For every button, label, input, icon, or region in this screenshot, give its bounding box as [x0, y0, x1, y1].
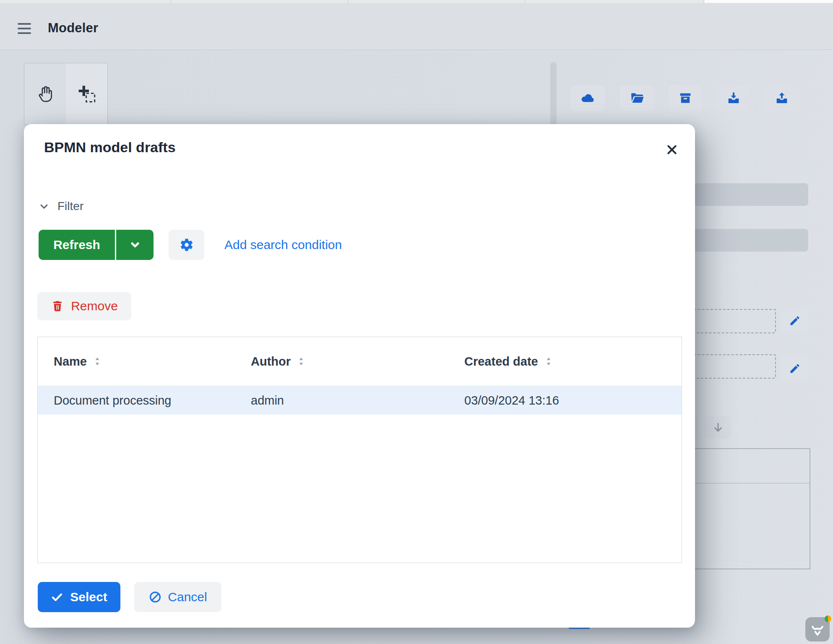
close-icon[interactable] — [665, 143, 679, 157]
app-header: Modeler — [0, 3, 833, 50]
filter-label: Filter — [57, 200, 83, 213]
refresh-label: Refresh — [53, 238, 100, 252]
tab-divider — [348, 0, 349, 3]
edit-field-button[interactable] — [781, 309, 808, 332]
add-search-condition-link[interactable]: Add search condition — [224, 230, 342, 260]
hamburger-menu-icon[interactable] — [18, 23, 31, 34]
remove-label: Remove — [71, 299, 118, 313]
archive-model-button[interactable] — [668, 85, 703, 111]
archive-icon — [678, 91, 693, 106]
open-model-button[interactable] — [620, 85, 654, 111]
browser-tab-strip — [0, 0, 833, 3]
refresh-split-button: Refresh — [39, 230, 154, 260]
check-icon — [51, 591, 63, 603]
table-row[interactable]: Document processing admin 03/09/2024 13:… — [38, 386, 682, 415]
assistant-widget[interactable] — [805, 617, 830, 641]
cancel-icon — [148, 590, 162, 604]
open-folder-icon — [630, 91, 645, 106]
upload-icon — [774, 91, 789, 106]
chevron-down-icon — [128, 238, 142, 252]
dialog-title: BPMN model drafts — [44, 139, 176, 156]
tab-divider — [704, 0, 704, 3]
pencil-icon — [789, 315, 801, 327]
arrow-down-icon — [712, 421, 724, 434]
column-label: Created date — [464, 355, 538, 369]
column-label: Name — [54, 355, 87, 369]
cell-created-date: 03/09/2024 13:16 — [464, 394, 682, 408]
cloud-icon — [580, 91, 595, 106]
upload-model-button[interactable] — [765, 85, 799, 111]
add-search-condition-label: Add search condition — [224, 238, 342, 252]
sort-arrows-icon — [297, 356, 306, 367]
cancel-button[interactable]: Cancel — [134, 582, 221, 612]
page-title: Modeler — [48, 21, 98, 36]
selection-crosshair-icon — [77, 84, 96, 104]
download-model-button[interactable] — [716, 85, 751, 111]
bull-v-logo-icon — [809, 621, 826, 638]
move-down-button[interactable] — [705, 416, 731, 439]
select-label: Select — [70, 590, 107, 604]
gear-icon — [179, 237, 194, 252]
refresh-dropdown-button[interactable] — [116, 230, 154, 260]
select-button[interactable]: Select — [38, 582, 120, 612]
tab-divider — [171, 0, 171, 3]
tab-strip-active-segment — [704, 0, 833, 3]
cloud-save-button[interactable] — [570, 85, 605, 111]
refresh-button[interactable]: Refresh — [39, 230, 115, 260]
trash-icon — [51, 299, 64, 313]
column-header-created-date[interactable]: Created date — [464, 355, 682, 369]
canvas-scrollbar[interactable] — [550, 62, 557, 124]
tab-divider — [525, 0, 525, 3]
column-label: Author — [251, 355, 291, 369]
pan-tool-button[interactable] — [24, 63, 66, 125]
bpmn-model-drafts-dialog: BPMN model drafts Filter Refresh — [24, 124, 695, 628]
edit-field-button[interactable] — [781, 357, 808, 379]
column-header-name[interactable]: Name — [54, 355, 251, 369]
remove-button[interactable]: Remove — [37, 292, 131, 320]
cancel-label: Cancel — [168, 590, 207, 604]
select-tool-button[interactable] — [66, 63, 107, 125]
canvas-tool-palette — [24, 63, 108, 125]
pencil-icon — [789, 363, 801, 374]
hand-icon — [36, 84, 55, 104]
column-header-author[interactable]: Author — [251, 355, 464, 369]
drafts-table: Name Author Created date — [37, 337, 682, 563]
status-dot — [825, 615, 831, 622]
sort-arrows-icon — [93, 356, 102, 367]
cell-name: Document processing — [38, 394, 251, 408]
sort-arrows-icon — [544, 356, 553, 367]
search-settings-button[interactable] — [169, 230, 204, 260]
filter-section-toggle[interactable]: Filter — [38, 200, 83, 213]
chevron-down-icon — [38, 200, 50, 212]
download-icon — [726, 91, 741, 106]
cell-author: admin — [251, 394, 464, 408]
table-header-row: Name Author Created date — [38, 337, 682, 386]
